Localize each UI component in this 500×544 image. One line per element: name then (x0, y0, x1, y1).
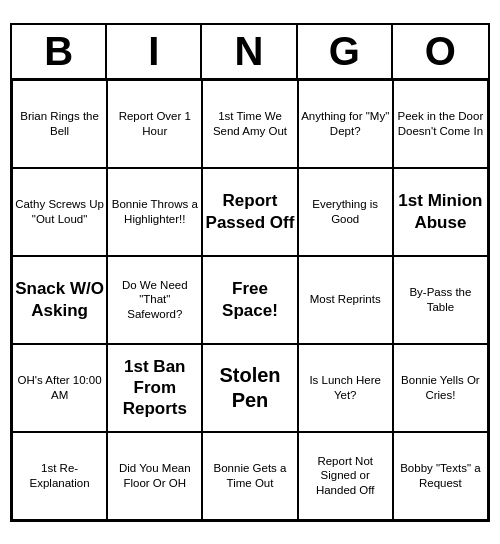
bingo-cell-17: Stolen Pen (202, 344, 297, 432)
bingo-cell-11: Do We Need "That" Safeword? (107, 256, 202, 344)
bingo-cell-18: Is Lunch Here Yet? (298, 344, 393, 432)
bingo-letter-i: I (107, 25, 202, 78)
bingo-cell-12: Free Space! (202, 256, 297, 344)
bingo-letter-o: O (393, 25, 488, 78)
bingo-cell-19: Bonnie Yells Or Cries! (393, 344, 488, 432)
bingo-cell-15: OH's After 10:00 AM (12, 344, 107, 432)
bingo-cell-7: Report Passed Off (202, 168, 297, 256)
bingo-cell-13: Most Reprints (298, 256, 393, 344)
bingo-cell-22: Bonnie Gets a Time Out (202, 432, 297, 520)
bingo-header: BINGO (12, 25, 488, 80)
bingo-cell-2: 1st Time We Send Amy Out (202, 80, 297, 168)
bingo-cell-8: Everything is Good (298, 168, 393, 256)
bingo-cell-4: Peek in the Door Doesn't Come In (393, 80, 488, 168)
bingo-cell-3: Anything for "My" Dept? (298, 80, 393, 168)
bingo-letter-b: B (12, 25, 107, 78)
bingo-cell-24: Bobby "Texts" a Request (393, 432, 488, 520)
bingo-grid: Brian Rings the BellReport Over 1 Hour1s… (12, 80, 488, 520)
bingo-cell-14: By-Pass the Table (393, 256, 488, 344)
bingo-cell-10: Snack W/O Asking (12, 256, 107, 344)
bingo-cell-23: Report Not Signed or Handed Off (298, 432, 393, 520)
bingo-cell-6: Bonnie Throws a Highlighter!! (107, 168, 202, 256)
bingo-cell-16: 1st Ban From Reports (107, 344, 202, 432)
bingo-letter-n: N (202, 25, 297, 78)
bingo-card: BINGO Brian Rings the BellReport Over 1 … (10, 23, 490, 522)
bingo-cell-5: Cathy Screws Up "Out Loud" (12, 168, 107, 256)
bingo-cell-21: Did You Mean Floor Or OH (107, 432, 202, 520)
bingo-letter-g: G (298, 25, 393, 78)
bingo-cell-9: 1st Minion Abuse (393, 168, 488, 256)
bingo-cell-20: 1st Re-Explanation (12, 432, 107, 520)
bingo-cell-0: Brian Rings the Bell (12, 80, 107, 168)
bingo-cell-1: Report Over 1 Hour (107, 80, 202, 168)
